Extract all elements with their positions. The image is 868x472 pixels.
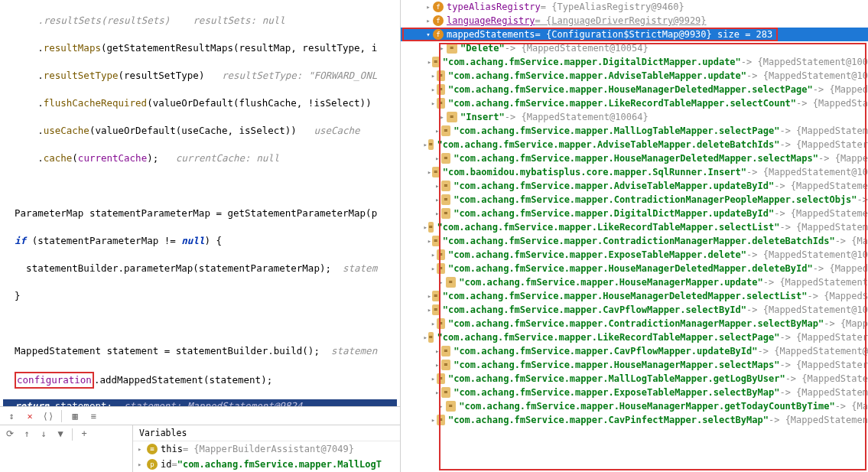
expand-icon[interactable]: ▸	[426, 165, 432, 179]
tree-row[interactable]: ▸≡"com.achang.fmService.mapper.AdviseTab…	[401, 179, 868, 193]
string-icon: ≡	[446, 277, 457, 288]
expand-icon[interactable]: ▸	[430, 69, 437, 83]
expand-icon[interactable]: ▸	[433, 179, 441, 193]
map-key: "com.achang.fmService.mapper.AdviseTable…	[448, 69, 746, 83]
map-value: -> {MappedStatement	[763, 275, 868, 289]
map-value: -> {MappedStatem	[779, 124, 868, 138]
tree-row[interactable]: ▸≡"com.baomidou.mybatisplus.core.mapper.…	[401, 165, 868, 179]
list-icon[interactable]: ≡	[88, 411, 99, 422]
sort-icon[interactable]: ↕	[6, 411, 17, 422]
tree-row[interactable]: ▸≡"com.achang.fmService.mapper.MallLogTa…	[401, 372, 868, 386]
expand-icon[interactable]: ▸	[433, 344, 441, 358]
tree-row[interactable]: ▸≡"com.achang.fmService.mapper.HouseMana…	[401, 275, 868, 289]
map-key: "com.achang.fmService.mapper.ExposeTable…	[454, 386, 779, 399]
expand-icon[interactable]: ▸	[437, 275, 446, 289]
tree-row[interactable]: ▸≡"com.achang.fmService.mapper.HouseMana…	[401, 399, 868, 413]
map-value: -> {MappedStatemen	[769, 413, 868, 427]
tree-row[interactable]: ▸≡"com.achang.fmService.mapper.CavPinfec…	[401, 413, 868, 427]
map-value: -> {Mapp	[824, 317, 868, 330]
map-key: "com.achang.fmService.mapper.MallLogTabl…	[448, 372, 785, 386]
expand-icon[interactable]: ▸	[437, 41, 447, 55]
tree-row[interactable]: ▸≡"com.achang.fmService.mapper.LikeRecor…	[401, 220, 868, 234]
expand-icon[interactable]: ▸	[426, 234, 432, 248]
expand-icon[interactable]: ▸	[430, 372, 437, 386]
collapse-icon[interactable]: ▾	[424, 28, 433, 41]
expand-icon[interactable]: ▸	[138, 461, 145, 468]
remove-icon[interactable]: ✕	[24, 411, 35, 422]
expand-icon[interactable]: ▸	[430, 96, 437, 110]
map-value: -> {Ma	[835, 399, 868, 413]
map-key: "com.achang.fmService.mapper.HouseManage…	[443, 289, 808, 303]
tree-row[interactable]: ▸≡"com.achang.fmService.mapper.HouseMana…	[401, 151, 868, 165]
map-key: "com.achang.fmService.mapper.HouseManage…	[454, 358, 779, 372]
expand-icon[interactable]: ▸	[424, 0, 433, 14]
up-icon[interactable]: ↑	[21, 428, 32, 439]
expand-icon[interactable]: ▸	[426, 289, 432, 303]
expand-icon[interactable]: ▸	[138, 445, 145, 453]
var-id[interactable]: ▸ p id = "com.achang.fmService.mapper.Ma…	[133, 457, 400, 472]
expand-icon[interactable]: ▸	[424, 14, 433, 28]
expand-icon[interactable]: ▸	[426, 303, 432, 317]
tree-row[interactable]: ▸≡"com.achang.fmService.mapper.Contradic…	[401, 193, 868, 207]
grid-icon[interactable]: ▦	[70, 411, 80, 422]
down-icon[interactable]: ↓	[38, 428, 49, 439]
tree-row[interactable]: ▸ f languageRegistry = {LanguageDriverRe…	[401, 14, 868, 28]
expand-icon[interactable]: ▸	[430, 248, 437, 262]
expand-icon[interactable]: ▸	[423, 330, 428, 344]
expand-icon[interactable]: ▸	[430, 83, 437, 96]
tree-row[interactable]: ▸≡"com.achang.fmService.mapper.AdviseTab…	[401, 69, 868, 83]
string-icon: ≡	[437, 84, 445, 95]
class-icon: ≡	[147, 444, 158, 454]
map-value: -> {MappedStater	[779, 330, 868, 344]
tree-row[interactable]: ▸ ≡ "Delete" -> {MappedStatement@10054}	[401, 41, 868, 55]
tree-row[interactable]: ▸≡"com.achang.fmService.mapper.HouseMana…	[401, 289, 868, 303]
tree-row[interactable]: ▸≡"com.achang.fmService.mapper.DigitalDi…	[401, 55, 868, 69]
tree-row[interactable]: ▸≡"com.achang.fmService.mapper.CavPflowM…	[401, 344, 868, 358]
brackets-icon[interactable]: ⟨⟩	[43, 411, 54, 422]
filter-icon[interactable]: ▼	[55, 428, 66, 439]
expand-icon[interactable]: ▸	[433, 193, 441, 207]
expand-icon[interactable]: ▸	[430, 262, 437, 275]
tree-row[interactable]: ▸≡"com.achang.fmService.mapper.LikeRecor…	[401, 330, 868, 344]
tree-row[interactable]: ▸≡"com.achang.fmService.mapper.LikeRecor…	[401, 96, 868, 110]
tree-row[interactable]: ▸≡"com.achang.fmService.mapper.Contradic…	[401, 234, 868, 248]
tree-row[interactable]: ▸≡"com.achang.fmService.mapper.DigitalDi…	[401, 207, 868, 220]
expand-icon[interactable]: ▸	[426, 55, 432, 69]
expand-icon[interactable]: ▸	[433, 124, 441, 138]
tree-row[interactable]: ▸≡"com.achang.fmService.mapper.Contradic…	[401, 317, 868, 330]
code-editor[interactable]: .resultSets(resultSets) resultSets: null…	[0, 0, 400, 406]
tree-row[interactable]: ▸ f typeAliasRegistry = {TypeAliasRegist…	[401, 0, 868, 14]
tree-row[interactable]: ▸≡"com.achang.fmService.mapper.HouseMana…	[401, 83, 868, 96]
string-icon: ≡	[432, 236, 439, 246]
expand-icon[interactable]: ▸	[433, 207, 441, 220]
expand-icon[interactable]: ▸	[433, 358, 441, 372]
expand-icon[interactable]: ▸	[437, 399, 446, 413]
expand-icon[interactable]: ▸	[423, 138, 428, 151]
tree-row[interactable]: ▸≡"com.achang.fmService.mapper.AdviseTab…	[401, 138, 868, 151]
tree-row[interactable]: ▸≡"com.achang.fmService.mapper.HouseMana…	[401, 358, 868, 372]
tree-row[interactable]: ▸≡"com.achang.fmService.mapper.CavPflowM…	[401, 303, 868, 317]
expand-icon[interactable]: ▸	[433, 386, 441, 399]
map-key: "com.achang.fmService.mapper.LikeRecordT…	[437, 330, 779, 344]
map-value: -> {Mapped	[813, 83, 868, 96]
tree-row[interactable]: ▸≡"com.achang.fmService.mapper.ExposeTab…	[401, 248, 868, 262]
map-key: "com.achang.fmService.mapper.LikeRecordT…	[437, 220, 779, 234]
tree-row[interactable]: ▸≡"com.achang.fmService.mapper.HouseMana…	[401, 262, 868, 275]
rerun-icon[interactable]: ⟳	[5, 428, 15, 439]
expand-icon[interactable]: ▸	[423, 220, 428, 234]
expand-icon[interactable]: ▸	[430, 413, 437, 427]
string-icon: ≡	[441, 194, 450, 205]
add-icon[interactable]: +	[79, 428, 89, 439]
tree-row[interactable]: ▸≡"com.achang.fmService.mapper.ExposeTab…	[401, 386, 868, 399]
tree-row-selected[interactable]: ▾ f mappedStatements = {Configuration$St…	[401, 28, 868, 41]
string-icon: ≡	[428, 222, 434, 233]
debug-tree[interactable]: ▸ f typeAliasRegistry = {TypeAliasRegist…	[401, 0, 868, 427]
expand-icon[interactable]: ▸	[433, 151, 441, 165]
tree-row[interactable]: ▸ ≡ "Insert" -> {MappedStatement@10064}	[401, 110, 868, 124]
expand-icon[interactable]: ▸	[430, 317, 437, 330]
var-this[interactable]: ▸ ≡ this = {MapperBuilderAssistant@7049}	[133, 441, 400, 457]
map-key: "com.achang.fmService.mapper.HouseManage…	[448, 262, 813, 275]
string-icon: ≡	[432, 304, 439, 315]
expand-icon[interactable]: ▸	[437, 110, 447, 124]
tree-row[interactable]: ▸≡"com.achang.fmService.mapper.MallLogTa…	[401, 124, 868, 138]
